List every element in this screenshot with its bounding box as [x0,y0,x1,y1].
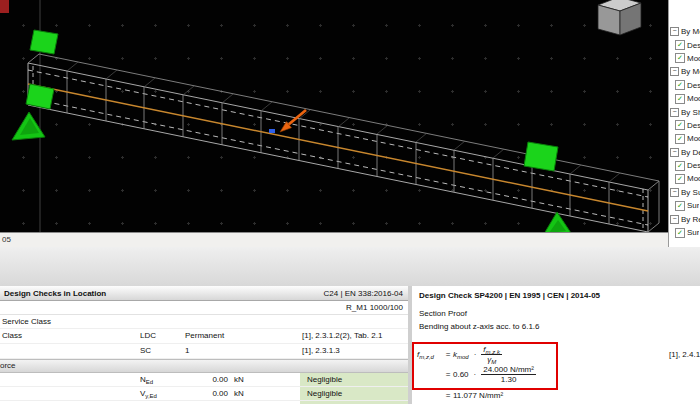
tree-item-label: By Mem [681,27,700,36]
tree-item[interactable]: −By She [669,105,700,118]
kmod-symbol: kmod [453,350,469,359]
panel-title: Design Checks in Location [4,289,106,298]
tree-item-label: Mod [687,174,700,183]
tree-item[interactable]: −By Res [669,212,700,225]
tree-item[interactable]: ✓Desi [669,79,700,92]
tree-item-label: By Res [681,215,700,224]
table-row[interactable]: Class LDC Permanent [1], 2.3.1.2(2), Tab… [0,329,408,344]
tree-item-label: By Dee [681,148,700,157]
rfem-window: −By Mem ✓Desi ✓Mod −By Men ✓Desi ✓Mod −B… [0,0,700,404]
table-row[interactable]: Negligible NEd 0.00 kN [0,373,408,387]
selected-location-mark[interactable] [269,129,275,133]
status-text: 05 [2,235,11,244]
row-symbol: NEd [140,375,153,384]
beam-member[interactable] [28,54,659,232]
code-reference: [1], 2.4.1 [669,350,700,359]
tree-item-label: Desi [687,81,700,90]
status-strip: 05 [0,232,668,247]
tree-item[interactable]: ✓Mod [669,132,700,145]
tree-item[interactable]: −By Mem [669,25,700,38]
multiply-sign: · [474,350,477,359]
panel-spacer [0,247,700,286]
collapse-icon[interactable]: − [670,188,679,197]
checkbox-icon[interactable]: ✓ [675,80,685,90]
row-reference: [1], 2.3.1.3 [302,346,340,355]
formula-line-3: = 11.077 N/mm² [417,391,508,400]
collapse-icon[interactable]: − [670,148,679,157]
collapse-icon[interactable]: − [670,27,679,36]
corner-cube-icon [598,0,641,35]
row-reference: [1], 2.3.1.2(2), Tab. 2.1 [302,331,382,340]
row-value: 1 [185,346,189,355]
service-class-header-row[interactable]: Service Class [0,315,408,329]
checkbox-icon[interactable]: ✓ [675,201,685,211]
checkbox-icon[interactable]: ✓ [675,134,685,144]
selection-arrow-icon [280,110,306,132]
tree-item[interactable]: ✓Sur [669,199,700,212]
service-class-header: Service Class [2,317,51,326]
multiply-sign: · [474,370,477,379]
tree-item[interactable]: ✓Desi [669,119,700,132]
support-node-left[interactable] [12,30,58,140]
checkbox-icon[interactable]: ✓ [675,228,685,238]
tree-item[interactable]: ✓Sur [669,226,700,239]
tree-item[interactable]: ✓Mod [669,52,700,65]
results-navigator-panel[interactable]: −By Mem ✓Desi ✓Mod −By Men ✓Desi ✓Mod −B… [668,0,700,247]
row-symbol: SC [140,346,151,355]
equals-sign: = [443,350,453,359]
tree-item-label: Desi [687,41,700,50]
table-row[interactable]: Negligible Vy,Ed 0.00 kN [0,387,408,401]
tree-item[interactable]: −By Men [669,65,700,78]
member-section-info: R_M1 1000/100 [346,303,403,312]
design-checks-panel: Design Checks in Location C24 | EN 338:2… [0,286,408,404]
row-symbol: LDC [140,331,156,340]
tree-item[interactable]: ✓Mod [669,92,700,105]
fraction: 24.000 N/mm² 1.30 [481,365,536,384]
collapse-icon[interactable]: − [670,215,679,224]
viewport-scene [0,0,668,232]
tree-item[interactable]: −By Surf [669,186,700,199]
tree-item[interactable]: ✓Desi [669,159,700,172]
fraction: fm,z,k γM [481,345,502,364]
tree-item[interactable]: ✓Desi [669,38,700,51]
collapse-icon[interactable]: − [670,108,679,117]
equals-sign: = [443,370,453,379]
material-info: C24 | EN 338:2016-04 [324,289,403,298]
design-check-detail-panel: Design Check SP4200 | EN 1995 | CEN | 20… [412,286,700,404]
formula-line-1: fm,z,d = kmod · fm,z,k γM [417,345,502,364]
design-check-title: Design Check SP4200 | EN 1995 | CEN | 20… [419,291,600,300]
tree-item-label: By She [681,108,700,117]
row-description: Class [2,331,22,340]
force-band-label: orce [0,361,16,370]
row-value: 0.00 [181,375,228,384]
row-unit: kN [234,375,244,384]
checkbox-icon[interactable]: ✓ [675,53,685,63]
tree-item-label: Mod [687,134,700,143]
tree-item-label: Desi [687,161,700,170]
tree-item-label: Desi [687,121,700,130]
toolbar-fragment-icon [0,0,9,13]
result-cell: Negligible [300,373,408,386]
kmod-value: 0.60 [453,370,469,379]
table-row[interactable]: SC 1 [1], 2.3.1.3 [0,344,408,359]
tree-item-label: By Surf [681,188,700,197]
equals-sign: = [443,391,453,400]
checkbox-icon[interactable]: ✓ [675,94,685,104]
result-cell: Negligible [300,387,408,400]
checkbox-icon[interactable]: ✓ [675,40,685,50]
tree-item-label: Sur [687,228,699,237]
row-value: Permanent [185,331,224,340]
tree-item-label: Sur [687,201,699,210]
3d-viewport[interactable] [0,0,668,232]
formula-line-2: = 0.60 · 24.000 N/mm² 1.30 [417,365,536,384]
section-proof-label: Section Proof [419,309,467,318]
checkbox-icon[interactable]: ✓ [675,161,685,171]
checkbox-icon[interactable]: ✓ [675,174,685,184]
tree-item[interactable]: −By Dee [669,146,700,159]
checkbox-icon[interactable]: ✓ [675,120,685,130]
collapse-icon[interactable]: − [670,67,679,76]
tree-item[interactable]: ✓Mod [669,172,700,185]
formula-lhs: fm,z,d [417,350,443,359]
panel-header: Design Checks in Location C24 | EN 338:2… [0,286,408,301]
formula-result: 11.077 N/mm² [453,391,503,400]
